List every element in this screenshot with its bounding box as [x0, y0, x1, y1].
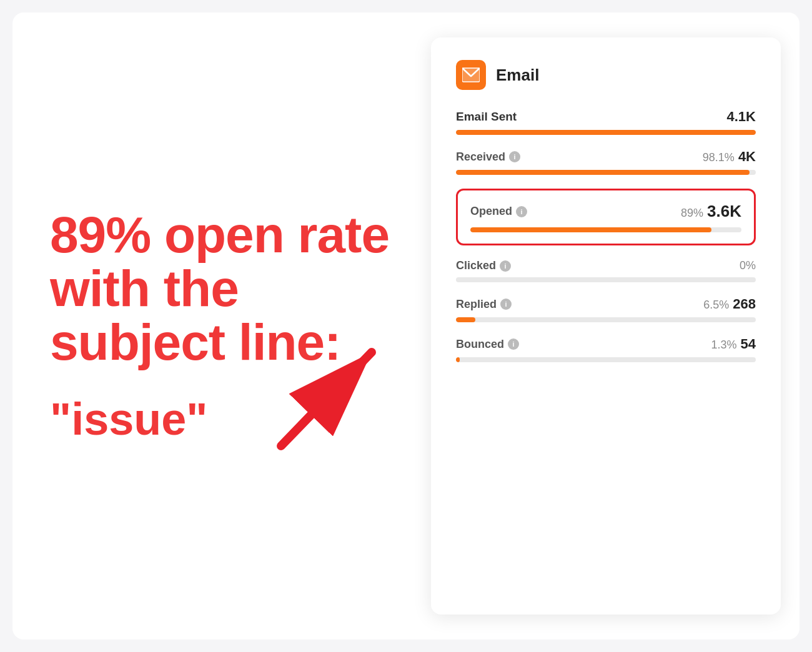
- clicked-label: Clicked i: [456, 259, 511, 272]
- replied-progress-fill: [456, 317, 475, 322]
- clicked-header: Clicked i 0%: [456, 259, 756, 272]
- opened-count: 3.6K: [707, 202, 741, 221]
- opened-header: Opened i 89% 3.6K: [470, 202, 741, 221]
- opened-progress-fill: [470, 227, 711, 232]
- opened-values: 89% 3.6K: [681, 202, 741, 221]
- bounced-percent: 1.3%: [711, 338, 736, 352]
- stat-row-replied: Replied i 6.5% 268: [456, 296, 756, 322]
- bounced-info-icon[interactable]: i: [508, 338, 519, 350]
- received-count: 4K: [738, 149, 756, 165]
- sent-header: Email Sent 4.1K: [456, 109, 756, 125]
- replied-progress-bg: [456, 317, 756, 322]
- envelope-icon: [462, 66, 480, 84]
- replied-info-icon[interactable]: i: [500, 299, 512, 310]
- arrow-icon: [269, 333, 394, 458]
- clicked-percent: 0%: [740, 259, 756, 272]
- clicked-info-icon[interactable]: i: [500, 260, 511, 272]
- opened-box: Opened i 89% 3.6K: [456, 189, 756, 245]
- main-container: 89% open rate with the subject line: "is…: [12, 12, 800, 640]
- replied-label: Replied i: [456, 298, 512, 311]
- received-label: Received i: [456, 151, 520, 164]
- received-info-icon[interactable]: i: [509, 151, 520, 162]
- bounced-progress-fill: [456, 357, 460, 362]
- replied-header: Replied i 6.5% 268: [456, 296, 756, 312]
- svg-line-1: [281, 352, 372, 446]
- sent-progress-fill: [456, 130, 756, 135]
- received-progress-fill: [456, 170, 750, 175]
- sent-label: Email Sent: [456, 110, 517, 124]
- opened-progress-bg: [470, 227, 741, 232]
- stat-row-clicked: Clicked i 0%: [456, 259, 756, 282]
- opened-info-icon[interactable]: i: [516, 206, 527, 217]
- sent-progress-bg: [456, 130, 756, 135]
- replied-values: 6.5% 268: [703, 296, 756, 312]
- received-percent: 98.1%: [703, 151, 735, 164]
- bounced-count: 54: [741, 336, 756, 352]
- received-progress-bg: [456, 170, 756, 175]
- stat-row-received: Received i 98.1% 4K: [456, 149, 756, 175]
- bounced-values: 1.3% 54: [711, 336, 756, 352]
- clicked-values: 0%: [740, 259, 756, 272]
- left-panel: 89% open rate with the subject line: "is…: [31, 37, 431, 615]
- replied-count: 268: [733, 296, 756, 312]
- email-header: Email: [456, 60, 756, 90]
- received-values: 98.1% 4K: [703, 149, 756, 165]
- arrow-container: [269, 333, 394, 458]
- opened-label: Opened i: [470, 205, 527, 218]
- email-icon: [456, 60, 486, 90]
- email-title: Email: [496, 66, 539, 85]
- right-panel: Email Email Sent 4.1K Received i 98.1% 4…: [431, 37, 781, 615]
- clicked-progress-bg: [456, 277, 756, 282]
- bounced-progress-bg: [456, 357, 756, 362]
- stat-row-sent: Email Sent 4.1K: [456, 109, 756, 135]
- bounced-label: Bounced i: [456, 338, 519, 351]
- bounced-header: Bounced i 1.3% 54: [456, 336, 756, 352]
- opened-percent: 89%: [681, 207, 703, 220]
- replied-percent: 6.5%: [703, 299, 729, 312]
- sent-count: 4.1K: [727, 109, 756, 125]
- stat-row-bounced: Bounced i 1.3% 54: [456, 336, 756, 362]
- received-header: Received i 98.1% 4K: [456, 149, 756, 165]
